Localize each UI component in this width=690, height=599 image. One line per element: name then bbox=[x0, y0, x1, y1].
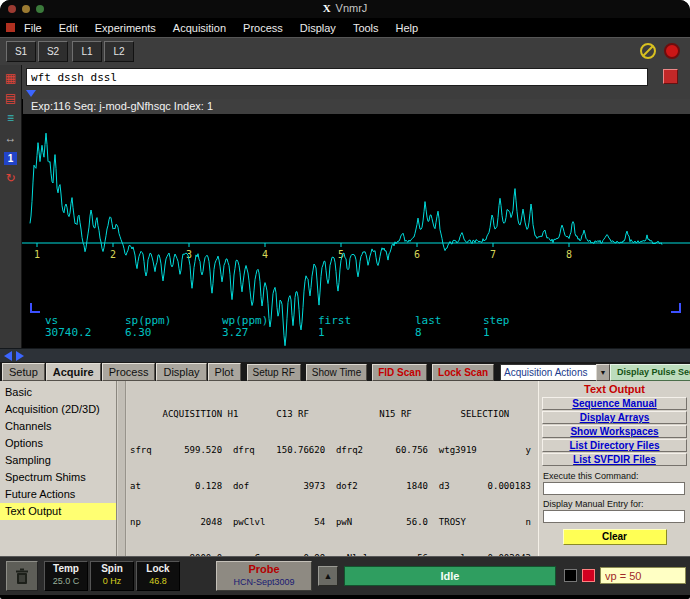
tab-row: Setup Acquire Process Display Plot Setup… bbox=[0, 362, 690, 381]
svg-text:8: 8 bbox=[566, 249, 572, 260]
panel-item-channels[interactable]: Channels bbox=[0, 418, 116, 435]
param-step: step1 bbox=[483, 314, 510, 327]
panel-item-text-output[interactable]: Text Output bbox=[0, 503, 116, 520]
command-history-icon[interactable] bbox=[26, 90, 36, 97]
stop-acquisition-icon[interactable] bbox=[664, 43, 680, 59]
menu-file[interactable]: File bbox=[24, 22, 42, 34]
list-svfdir-files-button[interactable]: List SVFDIR Files bbox=[542, 453, 687, 466]
display-spectrum-icon[interactable]: ▦ bbox=[1, 68, 21, 88]
x11-app-icon: X bbox=[323, 2, 331, 14]
temp-value: 25.0 C bbox=[45, 576, 87, 587]
temp-gauge-button[interactable]: Temp 25.0 C bbox=[44, 561, 88, 591]
lock-gauge-button[interactable]: Lock 46.8 bbox=[136, 561, 180, 591]
vnmrj-window: XVnmrJ File Edit Experiments Acquisition… bbox=[0, 0, 690, 599]
panel-scrollbar[interactable] bbox=[118, 381, 126, 556]
panel-item-acquisition-2d3d[interactable]: Acquisition (2D/3D) bbox=[0, 401, 116, 418]
trace-1-icon[interactable]: 1 bbox=[1, 148, 21, 168]
parameter-panels: Basic Acquisition (2D/3D) Channels Optio… bbox=[0, 381, 690, 556]
titlebar: XVnmrJ bbox=[0, 0, 690, 18]
scale-icon[interactable]: ≡ bbox=[1, 108, 21, 128]
workspace-s1-button[interactable]: S1 bbox=[6, 41, 36, 62]
workspace-s2-button[interactable]: S2 bbox=[38, 41, 68, 62]
menu-experiments[interactable]: Experiments bbox=[95, 22, 156, 34]
probe-button[interactable]: Probe HCN-Sept3009 bbox=[216, 561, 312, 591]
param-vs: vs30740.2 bbox=[45, 314, 58, 327]
red-indicator-button[interactable] bbox=[582, 569, 595, 582]
display-fid-icon[interactable]: ▤ bbox=[1, 88, 21, 108]
setup-rf-button[interactable]: Setup RF bbox=[247, 364, 301, 381]
menu-help[interactable]: Help bbox=[396, 22, 419, 34]
manual-entry-input[interactable] bbox=[543, 510, 685, 523]
svg-text:7: 7 bbox=[490, 249, 496, 260]
vp-field[interactable] bbox=[600, 567, 686, 584]
status-bar: Temp 25.0 C Spin 0 Hz Lock 46.8 Probe HC… bbox=[0, 556, 690, 595]
panel-item-options[interactable]: Options bbox=[0, 435, 116, 452]
probe-name: HCN-Sept3009 bbox=[217, 577, 311, 588]
panel-item-future-actions[interactable]: Future Actions bbox=[0, 486, 116, 503]
graphics-scroll-row bbox=[0, 348, 690, 362]
menu-acquisition[interactable]: Acquisition bbox=[173, 22, 226, 34]
clear-button[interactable]: Clear bbox=[563, 529, 667, 545]
acquisition-actions-dropdown[interactable]: Acquisition Actions ▼ bbox=[500, 364, 610, 381]
trash-button[interactable] bbox=[6, 561, 38, 591]
panel-item-sampling[interactable]: Sampling bbox=[0, 452, 116, 469]
chevron-down-icon[interactable]: ▼ bbox=[596, 364, 610, 381]
panel-item-spectrum-shims[interactable]: Spectrum Shims bbox=[0, 469, 116, 486]
scroll-right-icon[interactable] bbox=[16, 351, 24, 361]
svg-text:6: 6 bbox=[414, 249, 420, 260]
toolbar: S1 S2 L1 L2 bbox=[0, 37, 690, 65]
redraw-icon[interactable]: ↻ bbox=[1, 168, 21, 188]
spectrum-plot: 12345678 bbox=[22, 114, 690, 348]
scroll-left-icon[interactable] bbox=[4, 351, 12, 361]
abort-button[interactable] bbox=[663, 69, 678, 84]
spectrum-footer-params: vs30740.2 sp(ppm)6.30 wp(ppm)3.27 first1… bbox=[22, 314, 690, 344]
manual-entry-label: Display Manual Entry for: bbox=[539, 495, 690, 510]
spin-value: 0 Hz bbox=[91, 576, 133, 587]
raise-panel-button[interactable]: ▲ bbox=[318, 566, 338, 586]
show-workspaces-button[interactable]: Show Workspaces bbox=[542, 425, 687, 438]
svg-text:2: 2 bbox=[110, 249, 116, 260]
command-input[interactable] bbox=[26, 68, 648, 86]
param-wp: wp(ppm)3.27 bbox=[222, 314, 268, 327]
black-indicator-button[interactable] bbox=[564, 569, 577, 582]
menubar: File Edit Experiments Acquisition Proces… bbox=[0, 18, 690, 37]
display-arrays-button[interactable]: Display Arrays bbox=[542, 411, 687, 424]
lock-value: 46.8 bbox=[137, 576, 179, 587]
menu-process[interactable]: Process bbox=[243, 22, 283, 34]
fid-scan-button[interactable]: FID Scan bbox=[372, 364, 427, 381]
window-title: XVnmrJ bbox=[0, 2, 690, 14]
workspace-l2-button[interactable]: L2 bbox=[104, 41, 134, 62]
menu-display[interactable]: Display bbox=[300, 22, 336, 34]
param-sp: sp(ppm)6.30 bbox=[125, 314, 171, 327]
show-time-button[interactable]: Show Time bbox=[306, 364, 367, 381]
tab-setup[interactable]: Setup bbox=[2, 363, 45, 381]
tab-process[interactable]: Process bbox=[102, 363, 156, 381]
text-output-title: Text Output bbox=[539, 381, 690, 396]
display-pulse-sequence-button[interactable]: Display Pulse Sequence bbox=[610, 364, 690, 381]
svg-text:1: 1 bbox=[34, 249, 40, 260]
execute-command-input[interactable] bbox=[543, 482, 685, 495]
text-output-panel: Text Output Sequence Manual Display Arra… bbox=[538, 381, 690, 556]
cancel-command-icon[interactable] bbox=[640, 43, 656, 59]
tab-plot[interactable]: Plot bbox=[208, 363, 241, 381]
param-last: last8 bbox=[415, 314, 442, 327]
menu-grip-icon bbox=[6, 23, 15, 32]
workspace-l1-button[interactable]: L1 bbox=[72, 41, 102, 62]
list-directory-files-button[interactable]: List Directory Files bbox=[542, 439, 687, 452]
spin-gauge-button[interactable]: Spin 0 Hz bbox=[90, 561, 134, 591]
command-area bbox=[0, 65, 690, 99]
expand-icon[interactable]: ↔ bbox=[1, 128, 21, 148]
tab-acquire[interactable]: Acquire bbox=[46, 363, 101, 381]
menu-edit[interactable]: Edit bbox=[59, 22, 78, 34]
trash-icon bbox=[15, 568, 29, 585]
panel-nav-list: Basic Acquisition (2D/3D) Channels Optio… bbox=[0, 381, 117, 556]
experiment-info: Exp:116 Seq: j-mod-gNfhsqc Index: 1 bbox=[23, 99, 690, 114]
spectrum-canvas[interactable]: 12345678 vs30740.2 sp(ppm)6.30 wp(ppm)3.… bbox=[22, 114, 690, 348]
menu-tools[interactable]: Tools bbox=[353, 22, 379, 34]
lock-scan-button[interactable]: Lock Scan bbox=[432, 364, 494, 381]
sequence-manual-button[interactable]: Sequence Manual bbox=[542, 397, 687, 410]
param-first: first1 bbox=[318, 314, 351, 327]
acquisition-status: Idle bbox=[344, 566, 556, 586]
tab-display[interactable]: Display bbox=[156, 363, 206, 381]
panel-item-basic[interactable]: Basic bbox=[0, 384, 116, 401]
